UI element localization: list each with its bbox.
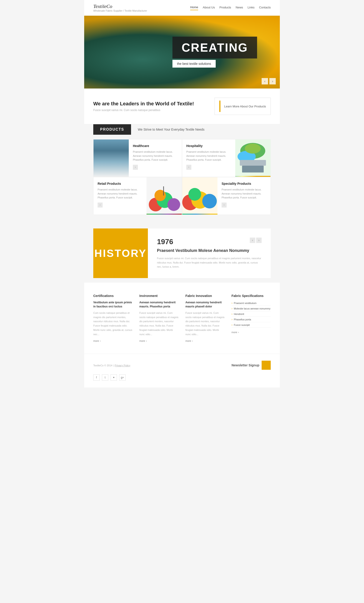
- svg-point-20: [202, 194, 217, 209]
- certifications-highlight: Vestibulum ante ipsum primis in faucibus…: [93, 300, 133, 309]
- nav-news[interactable]: News: [236, 6, 243, 10]
- learn-more-bar-accent: [219, 101, 220, 112]
- info-fabric-specs: Fabric Specifications Praesent vestibulu…: [232, 294, 271, 342]
- svg-point-21: [188, 188, 201, 201]
- fabric-spec-item-4[interactable]: Fusce suscipit: [232, 322, 271, 328]
- history-next-button[interactable]: ›: [256, 238, 262, 243]
- history-prev-button[interactable]: ‹: [250, 238, 255, 243]
- products-title-box: PRODUCTS: [93, 124, 131, 135]
- main-nav: Home About Us Products News Links Contac…: [190, 5, 271, 10]
- svg-point-1: [105, 146, 117, 158]
- fabric-specs-list: Praesent vestibulum Molestie lacus aenea…: [232, 300, 271, 328]
- products-section: PRODUCTS We Strive to Meet Your Everyday…: [84, 124, 280, 224]
- environment-title: Invironment: [139, 294, 179, 298]
- history-left-panel: HISTORY: [93, 229, 148, 278]
- svg-rect-9: [242, 166, 264, 173]
- logo[interactable]: TextileCo: [93, 3, 147, 9]
- products-header: PRODUCTS We Strive to Meet Your Everyday…: [93, 124, 271, 135]
- social-twitter[interactable]: t: [102, 374, 108, 381]
- leaders-subtitle: Fusce suscipit varius mi. Cum sociis nat…: [93, 109, 194, 112]
- hero-content: CREATING the best textile solutions: [172, 37, 257, 68]
- history-text: Fusce suscipit varius mi. Cum sociis nat…: [157, 256, 262, 269]
- svg-point-10: [245, 144, 261, 154]
- product-card-healthcare: Healthcare Praesent vestibulum molestie …: [93, 139, 182, 177]
- hospitality-arrow[interactable]: ›: [186, 165, 191, 170]
- footer: TextileCo © 2014 | Privacy Policy Newsle…: [84, 354, 280, 387]
- hospitality-image: [235, 139, 271, 177]
- footer-copy-area: TextileCo © 2014 | Privacy Policy: [93, 363, 130, 367]
- fabric-spec-item-2[interactable]: Hendrerit: [232, 311, 271, 317]
- nav-contacts[interactable]: Contacts: [259, 6, 271, 10]
- hero-next-button[interactable]: ›: [269, 78, 276, 84]
- product-card-retail: Retail Products Praesent vestibulum mole…: [93, 177, 182, 215]
- certifications-title: Certifications: [93, 294, 133, 298]
- social-facebook[interactable]: f: [93, 374, 100, 381]
- specialty-image: [182, 177, 217, 215]
- svg-point-4: [116, 153, 123, 160]
- fabric-spec-item-1[interactable]: Molestie lacus aenean nonummy: [232, 306, 271, 311]
- leaders-section: We are the Leaders in the World of Texti…: [84, 89, 280, 124]
- info-section: Certifications Vestibulum ante ipsum pri…: [84, 283, 280, 354]
- hero-subtitle-box: the best textile solutions: [172, 60, 216, 68]
- product-grid: Healthcare Praesent vestibulum molestie …: [93, 139, 271, 215]
- fabric-innovation-title: Fabric Innovation: [185, 294, 225, 298]
- social-googleplus[interactable]: g+: [119, 374, 125, 381]
- svg-point-14: [167, 198, 180, 211]
- footer-copy: TextileCo © 2014: [93, 364, 112, 367]
- nav-products[interactable]: Products: [219, 6, 231, 10]
- healthcare-image: [93, 139, 129, 177]
- svg-point-3: [98, 153, 107, 162]
- privacy-policy-link[interactable]: Privacy Policy: [115, 364, 130, 367]
- hero-title-box: CREATING: [172, 37, 257, 58]
- environment-more[interactable]: more ›: [139, 339, 179, 342]
- leaders-title: We are the Leaders in the World of Texti…: [93, 101, 194, 107]
- newsletter-area: Newsletter Signup: [232, 361, 271, 370]
- svg-rect-2: [104, 159, 118, 176]
- fabric-specs-title: Fabric Specifications: [232, 294, 271, 298]
- product-card-specialty: Speciality Products Praesent vestibulum …: [182, 177, 271, 215]
- history-year: 1976: [157, 238, 262, 246]
- hero-prev-button[interactable]: ‹: [262, 78, 268, 84]
- retail-arrow[interactable]: ›: [98, 203, 102, 208]
- specialty-arrow[interactable]: ›: [222, 203, 227, 208]
- fabric-innovation-more[interactable]: more ›: [185, 339, 225, 342]
- fabric-spec-item-3[interactable]: Phasellus porta: [232, 317, 271, 322]
- learn-more-box[interactable]: Learn More About Our Products: [215, 98, 271, 115]
- hospitality-content: Hospitality Praesent vestibulum molestie…: [182, 139, 235, 177]
- social-links: f t ✦ g+: [93, 374, 271, 381]
- svg-rect-8: [240, 160, 266, 166]
- fabric-specs-more[interactable]: more ›: [232, 331, 271, 334]
- leaders-content: We are the Leaders in the World of Texti…: [93, 101, 194, 112]
- newsletter-label: Newsletter Signup: [232, 363, 259, 367]
- specialty-content: Speciality Products Praesent vestibulum …: [217, 177, 271, 215]
- learn-more-label: Learn More About Our Products: [224, 105, 266, 108]
- history-heading: Praesent Vestibulum Molese Aenean Nonumm…: [157, 248, 262, 253]
- hero-section: CREATING the best textile solutions ‹ ›: [84, 16, 280, 89]
- header: TextileCo Wholesale Fabric Supplier / Te…: [84, 0, 280, 16]
- hero-navigation: ‹ ›: [262, 78, 276, 84]
- healthcare-desc: Praesent vestibulum molestie lacus. Aene…: [133, 150, 178, 162]
- history-right-panel: ‹ › 1976 Praesent Vestibulum Molese Aene…: [148, 229, 271, 278]
- products-title: PRODUCTS: [100, 128, 124, 131]
- nav-links[interactable]: Links: [248, 6, 254, 10]
- fabric-spec-item-0[interactable]: Praesent vestibulum: [232, 300, 271, 306]
- social-instagram[interactable]: ✦: [111, 374, 117, 381]
- nav-home[interactable]: Home: [190, 5, 198, 10]
- tagline: Wholesale Fabric Supplier / Textile Manu…: [93, 9, 147, 12]
- healthcare-arrow[interactable]: ›: [133, 165, 138, 170]
- fabric-innovation-highlight: Aenean nonummy hendrerit mauris phasell …: [185, 300, 225, 309]
- nav-about[interactable]: About Us: [203, 6, 215, 10]
- environment-text: Fusce suscipit varius mi. Cum sociis nat…: [139, 311, 179, 336]
- hospitality-desc: Praesent vestibulum molestie lacus. Aene…: [186, 150, 231, 162]
- hero-title: CREATING: [182, 41, 248, 54]
- history-label: HISTORY: [94, 247, 147, 259]
- info-fabric-innovation: Fabric Innovation Aenean nonummy hendrer…: [185, 294, 225, 342]
- svg-point-15: [154, 190, 166, 201]
- info-certifications: Certifications Vestibulum ante ipsum pri…: [93, 294, 133, 342]
- healthcare-content: Healthcare Praesent vestibulum molestie …: [129, 139, 182, 177]
- certifications-more[interactable]: more ›: [93, 339, 133, 342]
- info-environment: Invironment Aenean nonummy hendrerit mau…: [139, 294, 179, 342]
- newsletter-button[interactable]: [262, 361, 271, 370]
- specialty-desc: Praesent vestibulum molestie lacus. Aene…: [222, 188, 266, 200]
- footer-top: TextileCo © 2014 | Privacy Policy Newsle…: [93, 361, 271, 370]
